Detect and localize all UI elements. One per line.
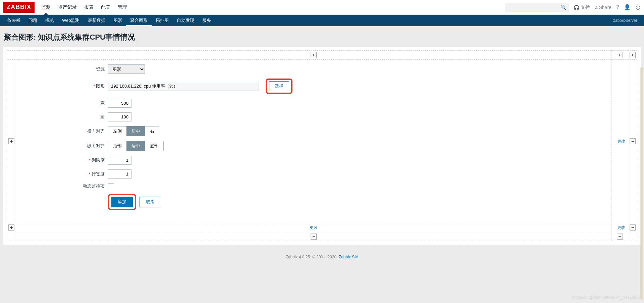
user-icon[interactable]: 👤 bbox=[624, 4, 631, 10]
grid-row1-add: + bbox=[7, 60, 16, 223]
subnav-web[interactable]: Web监测 bbox=[58, 15, 84, 26]
top-menu-monitor[interactable]: 监测 bbox=[41, 0, 51, 14]
footer: Zabbix 4.0.25. © 2001–2020, Zabbix SIA bbox=[0, 245, 644, 263]
graph-label: *图形 bbox=[24, 83, 108, 89]
cell-edit-form: 资源 图形 *图形 选择 宽 高 bbox=[17, 61, 610, 221]
plus-icon[interactable]: + bbox=[311, 52, 317, 58]
colspan-input[interactable] bbox=[108, 156, 131, 165]
height-label: 高 bbox=[24, 114, 108, 120]
top-menu: 监测 资产记录 报表 配置 管理 bbox=[41, 0, 127, 14]
grid-corner-br bbox=[628, 232, 637, 241]
support-link[interactable]: 🎧 支持 bbox=[574, 4, 590, 10]
dynamic-checkbox[interactable] bbox=[108, 183, 114, 189]
scrollbar-indicator bbox=[640, 67, 643, 263]
halign-left[interactable]: 左侧 bbox=[108, 126, 127, 136]
screen-grid: + + + + 资源 图形 *图形 选择 bbox=[7, 50, 637, 241]
top-nav: ZABBIX 监测 资产记录 报表 配置 管理 🔍 🎧 支持 Z Share ?… bbox=[0, 0, 644, 15]
width-input[interactable] bbox=[108, 99, 131, 108]
logo[interactable]: ZABBIX bbox=[3, 2, 35, 13]
highlight-add: 添加 bbox=[108, 194, 136, 210]
help-icon[interactable]: ? bbox=[616, 4, 619, 10]
highlight-select: 选择 bbox=[266, 79, 292, 94]
top-menu-reports[interactable]: 报表 bbox=[84, 0, 94, 14]
cancel-button[interactable]: 取消 bbox=[140, 197, 161, 207]
resource-label: 资源 bbox=[24, 66, 108, 72]
top-menu-inventory[interactable]: 资产记录 bbox=[58, 0, 77, 14]
footer-text: Zabbix 4.0.25. © 2001–2020, bbox=[286, 255, 339, 259]
select-button[interactable]: 选择 bbox=[269, 81, 289, 91]
grid-cell-change3: 更改 bbox=[611, 223, 628, 232]
grid-col1-add: + bbox=[16, 51, 611, 60]
search-input[interactable] bbox=[505, 3, 569, 12]
top-menu-config[interactable]: 配置 bbox=[101, 0, 110, 14]
change-link[interactable]: 更改 bbox=[617, 139, 625, 144]
change-link[interactable]: 更改 bbox=[617, 225, 625, 230]
footer-link[interactable]: Zabbix SIA bbox=[339, 255, 359, 259]
top-menu-admin[interactable]: 管理 bbox=[118, 0, 127, 14]
subnav-dashboard[interactable]: 仪表板 bbox=[3, 15, 24, 26]
server-name: zabbix-server bbox=[613, 18, 641, 23]
grid-corner-tl bbox=[7, 51, 16, 60]
screen-editor: + + + + 资源 图形 *图形 选择 bbox=[3, 47, 641, 245]
sub-nav: 仪表板 问题 概览 Web监测 最新数据 图形 聚合图形 拓扑图 自动发现 服务… bbox=[0, 15, 644, 26]
subnav-graphs[interactable]: 图形 bbox=[109, 15, 126, 26]
grid-row2-add: + bbox=[7, 223, 16, 232]
top-right: 🔍 🎧 支持 Z Share ? 👤 ⏻ bbox=[505, 3, 641, 12]
subnav-latest[interactable]: 最新数据 bbox=[84, 15, 109, 26]
subnav-overview[interactable]: 概览 bbox=[41, 15, 58, 26]
grid-col2-remove: − bbox=[611, 232, 628, 241]
subnav-maps[interactable]: 拓扑图 bbox=[152, 15, 173, 26]
grid-col1-remove: − bbox=[16, 232, 611, 241]
grid-corner-bl bbox=[7, 232, 16, 241]
height-input[interactable] bbox=[108, 112, 131, 121]
add-button[interactable]: 添加 bbox=[111, 197, 133, 207]
plus-icon[interactable]: + bbox=[8, 138, 14, 144]
share-label: Share bbox=[599, 5, 611, 10]
dynamic-label: 动态监控项 bbox=[24, 183, 108, 189]
subnav-problems[interactable]: 问题 bbox=[24, 15, 41, 26]
valign-middle[interactable]: 居中 bbox=[126, 141, 145, 151]
valign-label: 纵向对齐 bbox=[24, 143, 108, 149]
minus-icon[interactable]: − bbox=[630, 224, 636, 231]
rowspan-input[interactable] bbox=[108, 169, 131, 179]
plus-icon[interactable]: + bbox=[630, 52, 636, 58]
support-label: 支持 bbox=[581, 4, 590, 10]
valign-segment: 顶部 居中 底部 bbox=[108, 141, 164, 151]
plus-icon[interactable]: + bbox=[8, 224, 14, 231]
minus-icon[interactable]: − bbox=[630, 138, 636, 144]
grid-row2-remove: − bbox=[628, 223, 637, 232]
halign-right[interactable]: 右 bbox=[145, 126, 159, 136]
graph-input[interactable] bbox=[108, 82, 259, 91]
page-title: 聚合图形: 知识点系统集群CPU事情情况 bbox=[0, 26, 644, 47]
halign-label: 横向对齐 bbox=[24, 128, 108, 134]
grid-cell-change2: 更改 bbox=[16, 223, 611, 232]
grid-cell-form: 资源 图形 *图形 选择 宽 高 bbox=[16, 60, 611, 223]
plus-icon[interactable]: + bbox=[617, 52, 623, 58]
search-icon[interactable]: 🔍 bbox=[560, 5, 566, 10]
grid-cell-change1: 更改 bbox=[611, 60, 628, 223]
power-icon[interactable]: ⏻ bbox=[635, 4, 641, 10]
rowspan-label: *行宽度 bbox=[24, 171, 108, 177]
change-link[interactable]: 更改 bbox=[310, 225, 318, 230]
subnav-discovery[interactable]: 自动发现 bbox=[173, 15, 198, 26]
grid-col-add-right: + bbox=[628, 51, 637, 60]
grid-col2-add: + bbox=[611, 51, 628, 60]
subnav-screens[interactable]: 聚合图形 bbox=[126, 15, 152, 26]
minus-icon[interactable]: − bbox=[617, 234, 623, 240]
width-label: 宽 bbox=[24, 100, 108, 106]
colspan-label: *列跨度 bbox=[24, 157, 108, 163]
subnav-services[interactable]: 服务 bbox=[198, 15, 215, 26]
search-box: 🔍 bbox=[505, 3, 569, 12]
valign-top[interactable]: 顶部 bbox=[108, 141, 127, 151]
halign-segment: 左侧 居中 右 bbox=[108, 126, 159, 136]
resource-select[interactable]: 图形 bbox=[108, 64, 145, 74]
halign-center[interactable]: 居中 bbox=[126, 126, 145, 136]
share-link[interactable]: Z Share bbox=[595, 5, 611, 10]
valign-bottom[interactable]: 底部 bbox=[145, 141, 164, 151]
minus-icon[interactable]: − bbox=[311, 234, 317, 240]
grid-row1-remove: − bbox=[628, 60, 637, 223]
